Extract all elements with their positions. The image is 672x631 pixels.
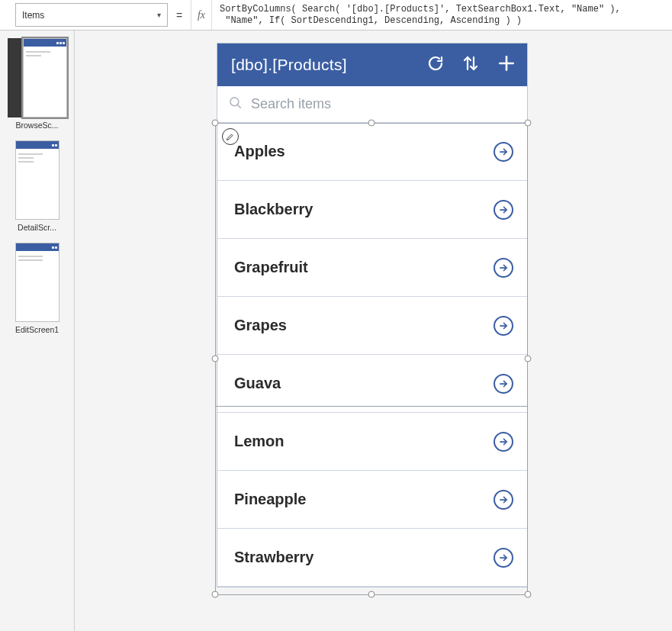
add-icon[interactable] xyxy=(497,53,516,76)
screen-thumb-detail[interactable]: DetailScr... xyxy=(0,140,74,232)
chevron-down-icon: ▾ xyxy=(157,11,161,19)
gallery-item-title: Lemon xyxy=(234,433,285,450)
search-icon xyxy=(228,95,251,114)
gallery-item[interactable]: Apples xyxy=(217,123,527,181)
design-canvas[interactable]: [dbo].[Products] xyxy=(75,31,672,631)
property-dropdown-value: Items xyxy=(22,10,44,21)
screen-thumb-browse[interactable]: BrowseSc... xyxy=(0,38,74,130)
edit-icon[interactable] xyxy=(222,128,239,145)
screens-panel: BrowseSc... DetailScr... EditScreen1 xyxy=(0,31,75,631)
chevron-right-icon[interactable] xyxy=(494,142,513,162)
gallery-item-title: Grapefruit xyxy=(234,259,308,276)
chevron-right-icon[interactable] xyxy=(494,258,513,278)
formula-bar: Items ▾ = fx SortByColumns( Search( '[db… xyxy=(0,0,672,31)
gallery-item[interactable]: Strawberry xyxy=(217,529,527,587)
gallery-item[interactable]: Blackberry xyxy=(217,181,527,239)
gallery-item[interactable]: Grapes xyxy=(217,297,527,355)
chevron-right-icon[interactable] xyxy=(494,432,513,452)
gallery-item[interactable]: Pineapple xyxy=(217,471,527,529)
gallery-item-title: Pineapple xyxy=(234,491,306,508)
app-title: [dbo].[Products] xyxy=(231,56,426,74)
app-header: [dbo].[Products] xyxy=(217,43,527,86)
formula-editor[interactable]: SortByColumns( Search( '[dbo].[Products]… xyxy=(212,0,672,30)
gallery-item[interactable]: Lemon xyxy=(217,413,527,471)
gallery-item-title: Grapes xyxy=(234,317,287,334)
search-row xyxy=(217,86,527,123)
search-input[interactable] xyxy=(251,96,516,112)
svg-point-0 xyxy=(230,97,239,105)
sort-icon[interactable] xyxy=(461,54,480,76)
gallery-item-title: Strawberry xyxy=(234,549,314,566)
gallery-item-title: Guava xyxy=(234,375,281,392)
screen-thumb-label: BrowseSc... xyxy=(15,121,58,130)
gallery-item-title: Apples xyxy=(234,143,285,160)
chevron-right-icon[interactable] xyxy=(494,200,513,220)
refresh-icon[interactable] xyxy=(426,54,445,76)
screen-thumb-label: DetailScr... xyxy=(18,223,56,232)
property-dropdown[interactable]: Items ▾ xyxy=(15,3,168,27)
chevron-right-icon[interactable] xyxy=(494,316,513,336)
screen-thumb-edit[interactable]: EditScreen1 xyxy=(0,243,74,334)
screen-thumb-label: EditScreen1 xyxy=(15,325,59,334)
chevron-right-icon[interactable] xyxy=(494,548,513,568)
phone-preview: [dbo].[Products] xyxy=(217,43,528,588)
gallery-item[interactable]: Guava xyxy=(217,355,527,413)
chevron-right-icon[interactable] xyxy=(494,490,513,510)
gallery-item-title: Blackberry xyxy=(234,201,313,218)
gallery-item[interactable]: Grapefruit xyxy=(217,239,527,297)
gallery[interactable]: ApplesBlackberryGrapefruitGrapesGuavaLem… xyxy=(217,123,527,587)
equals-label: = xyxy=(168,0,191,30)
fx-label[interactable]: fx xyxy=(191,0,212,30)
chevron-right-icon[interactable] xyxy=(494,374,513,394)
